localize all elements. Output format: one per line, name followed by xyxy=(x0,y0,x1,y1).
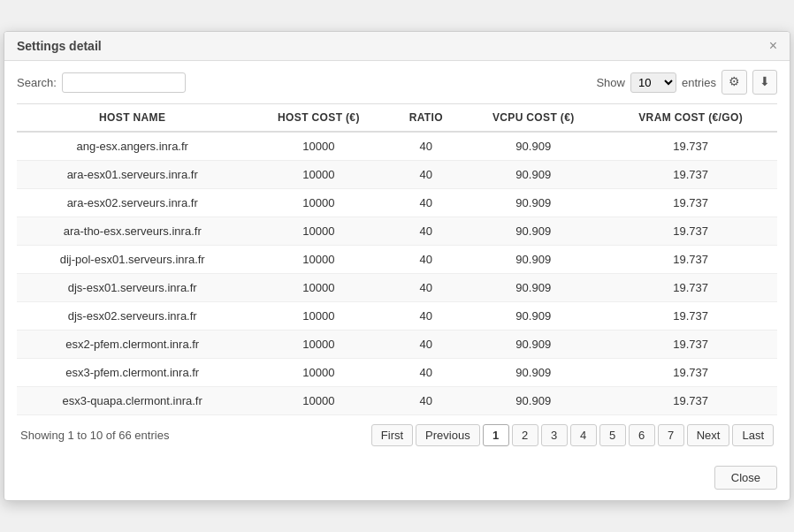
table-body: ang-esx.angers.inra.fr100004090.90919.73… xyxy=(17,132,777,415)
table-cell: 19.737 xyxy=(604,188,777,217)
table-cell: esx2-pfem.clermont.inra.fr xyxy=(17,330,248,358)
table-cell: 40 xyxy=(389,188,462,217)
page-number-button-7[interactable]: 7 xyxy=(658,424,684,446)
table-cell: esx3-quapa.clermont.inra.fr xyxy=(17,386,248,414)
showing-text: Showing 1 to 10 of 66 entries xyxy=(20,429,169,442)
page-number-button-1[interactable]: 1 xyxy=(483,424,509,446)
page-number-button-5[interactable]: 5 xyxy=(599,424,626,446)
previous-button[interactable]: Previous xyxy=(416,424,480,446)
table-cell: 40 xyxy=(389,358,462,386)
table-cell: 90.909 xyxy=(462,301,604,330)
table-cell: 90.909 xyxy=(462,245,604,273)
table-row: ara-esx02.serveurs.inra.fr100004090.9091… xyxy=(17,188,777,217)
table-row: ara-esx01.serveurs.inra.fr100004090.9091… xyxy=(17,160,777,188)
col-host-name: HOST NAME xyxy=(17,103,248,132)
col-ratio: RATIO xyxy=(389,103,462,132)
download-icon: ⬇ xyxy=(760,74,770,88)
pagination: First Previous 1234567 Next Last xyxy=(371,424,774,446)
table-cell: 40 xyxy=(389,301,462,330)
page-number-button-4[interactable]: 4 xyxy=(570,424,597,446)
table-cell: esx3-pfem.clermont.inra.fr xyxy=(17,358,248,386)
show-label: Show xyxy=(596,76,625,89)
table-cell: ara-esx02.serveurs.inra.fr xyxy=(17,188,248,217)
entries-select[interactable]: 10 25 50 100 xyxy=(630,72,676,93)
page-number-button-3[interactable]: 3 xyxy=(541,424,568,446)
download-icon-button[interactable]: ⬇ xyxy=(752,70,777,95)
close-x-button[interactable]: × xyxy=(769,39,777,53)
table-cell: 10000 xyxy=(248,245,389,273)
last-button[interactable]: Last xyxy=(732,424,774,446)
table-cell: djs-esx02.serveurs.inra.fr xyxy=(17,301,248,330)
table-row: djs-esx02.serveurs.inra.fr100004090.9091… xyxy=(17,301,777,330)
table-cell: 10000 xyxy=(248,160,389,188)
settings-icon: ⚙ xyxy=(729,74,740,88)
table-row: djs-esx01.serveurs.inra.fr100004090.9091… xyxy=(17,273,777,301)
table-cell: 10000 xyxy=(248,188,389,217)
next-button[interactable]: Next xyxy=(687,424,730,446)
table-cell: 40 xyxy=(389,132,462,161)
table-cell: 90.909 xyxy=(462,188,604,217)
table-cell: 40 xyxy=(389,217,462,245)
modal-footer: Close xyxy=(4,459,790,500)
table-cell: 90.909 xyxy=(462,160,604,188)
table-cell: djs-esx01.serveurs.inra.fr xyxy=(17,273,248,301)
table-cell: 90.909 xyxy=(462,273,604,301)
table-cell: 10000 xyxy=(248,217,389,245)
table-row: esx2-pfem.clermont.inra.fr100004090.9091… xyxy=(17,330,777,358)
footer-bar: Showing 1 to 10 of 66 entries First Prev… xyxy=(17,415,777,450)
table-cell: 40 xyxy=(389,273,462,301)
table-cell: 19.737 xyxy=(604,245,777,273)
table-cell: 10000 xyxy=(248,358,389,386)
table-cell: 19.737 xyxy=(604,217,777,245)
page-number-button-6[interactable]: 6 xyxy=(629,424,655,446)
table-cell: dij-pol-esx01.serveurs.inra.fr xyxy=(17,245,248,273)
col-vcpu-cost: VCPU COST (€) xyxy=(462,103,604,132)
search-input[interactable] xyxy=(62,72,186,93)
table-cell: 40 xyxy=(389,160,462,188)
data-table: HOST NAME HOST COST (€) RATIO VCPU COST … xyxy=(17,103,777,415)
modal-header: Settings detail × xyxy=(4,32,790,61)
table-cell: 19.737 xyxy=(604,386,777,414)
entries-label: entries xyxy=(682,76,716,89)
show-area: Show 10 25 50 100 entries ⚙ ⬇ xyxy=(596,70,777,95)
table-cell: 90.909 xyxy=(462,132,604,161)
table-cell: ang-esx.angers.inra.fr xyxy=(17,132,248,161)
table-cell: 90.909 xyxy=(462,386,604,414)
table-row: esx3-quapa.clermont.inra.fr100004090.909… xyxy=(17,386,777,414)
table-cell: 19.737 xyxy=(604,301,777,330)
table-cell: 19.737 xyxy=(604,273,777,301)
table-cell: 19.737 xyxy=(604,358,777,386)
settings-icon-button[interactable]: ⚙ xyxy=(721,70,747,95)
table-cell: 40 xyxy=(389,386,462,414)
table-cell: 19.737 xyxy=(604,330,777,358)
table-cell: 10000 xyxy=(248,330,389,358)
table-cell: 10000 xyxy=(248,273,389,301)
table-header-row: HOST NAME HOST COST (€) RATIO VCPU COST … xyxy=(17,103,777,132)
table-cell: 90.909 xyxy=(462,217,604,245)
toolbar-top: Search: Show 10 25 50 100 entries ⚙ ⬇ xyxy=(17,70,777,95)
table-row: ara-tho-esx.serveurs.inra.fr100004090.90… xyxy=(17,217,777,245)
table-cell: 10000 xyxy=(248,386,389,414)
table-cell: 10000 xyxy=(248,132,389,161)
table-cell: ara-esx01.serveurs.inra.fr xyxy=(17,160,248,188)
table-cell: 10000 xyxy=(248,301,389,330)
search-label: Search: xyxy=(17,76,57,89)
table-cell: 19.737 xyxy=(604,132,777,161)
table-cell: ara-tho-esx.serveurs.inra.fr xyxy=(17,217,248,245)
modal-title: Settings detail xyxy=(17,39,102,53)
table-cell: 90.909 xyxy=(462,358,604,386)
settings-detail-modal: Settings detail × Search: Show 10 25 50 … xyxy=(4,31,790,501)
page-numbers: 1234567 xyxy=(483,424,684,446)
col-vram-cost: VRAM COST (€/Go) xyxy=(604,103,777,132)
table-row: ang-esx.angers.inra.fr100004090.90919.73… xyxy=(17,132,777,161)
page-number-button-2[interactable]: 2 xyxy=(512,424,538,446)
table-cell: 40 xyxy=(389,330,462,358)
first-button[interactable]: First xyxy=(371,424,413,446)
table-row: dij-pol-esx01.serveurs.inra.fr100004090.… xyxy=(17,245,777,273)
table-cell: 90.909 xyxy=(462,330,604,358)
table-cell: 19.737 xyxy=(604,160,777,188)
table-row: esx3-pfem.clermont.inra.fr100004090.9091… xyxy=(17,358,777,386)
table-cell: 40 xyxy=(389,245,462,273)
col-host-cost: HOST COST (€) xyxy=(248,103,389,132)
close-button[interactable]: Close xyxy=(714,466,777,490)
